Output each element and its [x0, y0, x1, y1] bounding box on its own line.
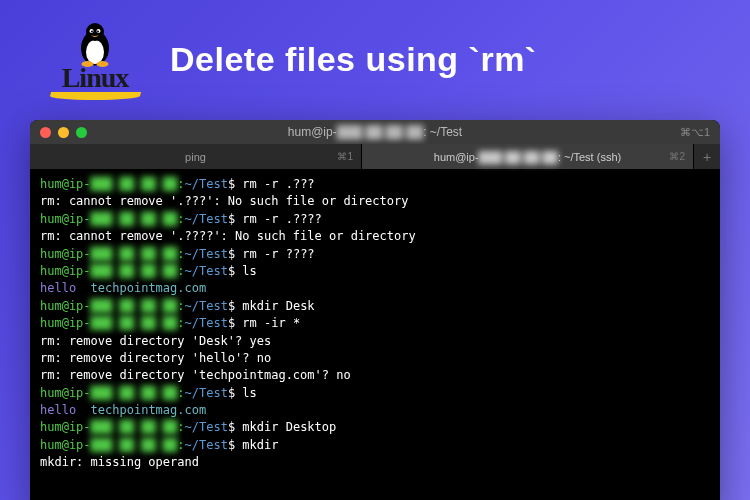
terminal-line: hum@ip-███ ██ ██ ██:~/Test$ mkdir Desk [40, 298, 710, 315]
terminal-line: rm: remove directory 'Desk'? yes [40, 333, 710, 350]
terminal-line: hum@ip-███ ██ ██ ██:~/Test$ ls [40, 263, 710, 280]
page-title: Delete files using `rm` [170, 40, 537, 79]
tab-bar: ping ⌘1 hum@ip-███ ██ ██ ██: ~/Test (ssh… [30, 144, 720, 170]
window-controls [40, 127, 87, 138]
svg-point-7 [82, 61, 94, 67]
svg-point-5 [91, 31, 93, 33]
terminal-line: rm: cannot remove '.???': No such file o… [40, 193, 710, 210]
terminal-line: hum@ip-███ ██ ██ ██:~/Test$ rm -r ???? [40, 246, 710, 263]
terminal-line: hello techpointmag.com [40, 402, 710, 419]
add-tab-button[interactable]: + [694, 144, 720, 169]
terminal-line: hum@ip-███ ██ ██ ██:~/Test$ mkdir Deskto… [40, 419, 710, 436]
terminal-line: rm: remove directory 'techpointmag.com'?… [40, 367, 710, 384]
tab-ping[interactable]: ping ⌘1 [30, 144, 362, 169]
minimize-button[interactable] [58, 127, 69, 138]
window-shortcut: ⌘⌥1 [680, 126, 710, 139]
maximize-button[interactable] [76, 127, 87, 138]
window-titlebar: hum@ip-███ ██ ██ ██: ~/Test ⌘⌥1 [30, 120, 720, 144]
terminal-line: rm: cannot remove '.????': No such file … [40, 228, 710, 245]
terminal-line: rm: remove directory 'hello'? no [40, 350, 710, 367]
terminal-line: hum@ip-███ ██ ██ ██:~/Test$ rm -r .???? [40, 211, 710, 228]
terminal-line: hum@ip-███ ██ ██ ██:~/Test$ rm -r .??? [40, 176, 710, 193]
close-button[interactable] [40, 127, 51, 138]
linux-swoosh [49, 92, 141, 100]
svg-point-6 [97, 31, 99, 33]
terminal-line: mkdir: missing operand [40, 454, 710, 471]
terminal-line: hum@ip-███ ██ ██ ██:~/Test$ rm -ir * [40, 315, 710, 332]
terminal-line: hum@ip-███ ██ ██ ██:~/Test$ mkdir [40, 437, 710, 454]
svg-point-2 [86, 23, 104, 41]
terminal-line: hum@ip-███ ██ ██ ██:~/Test$ ls [40, 385, 710, 402]
terminal-output[interactable]: hum@ip-███ ██ ██ ██:~/Test$ rm -r .???rm… [30, 170, 720, 478]
page-header: Linux Delete files using `rm` [0, 0, 750, 110]
tux-penguin-icon [70, 18, 120, 68]
terminal-window: hum@ip-███ ██ ██ ██: ~/Test ⌘⌥1 ping ⌘1 … [30, 120, 720, 500]
tab-shortcut: ⌘2 [669, 151, 685, 162]
linux-logo: Linux [50, 18, 140, 100]
window-title: hum@ip-███ ██ ██ ██: ~/Test [288, 125, 462, 139]
svg-point-1 [86, 40, 104, 64]
tab-ssh-test[interactable]: hum@ip-███ ██ ██ ██: ~/Test (ssh) ⌘2 [362, 144, 694, 169]
terminal-line: hello techpointmag.com [40, 280, 710, 297]
svg-point-8 [97, 61, 109, 67]
tab-shortcut: ⌘1 [337, 151, 353, 162]
